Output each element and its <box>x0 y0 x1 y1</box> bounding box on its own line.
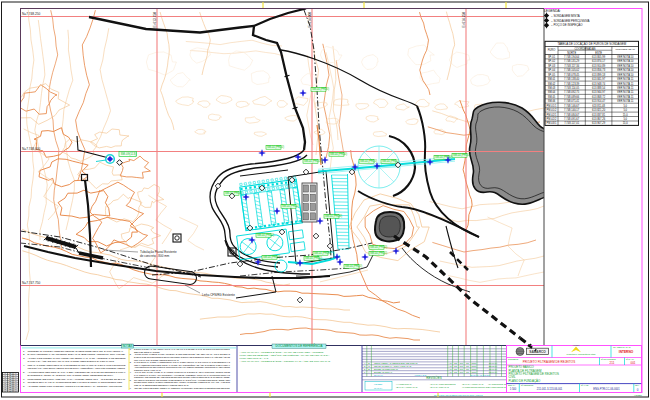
svg-text:7.748.138,40: 7.748.138,40 <box>564 77 580 81</box>
svg-text:30-09-14 AG GG CW: 30-09-14 AG GG CW <box>470 374 490 376</box>
svg-text:SP-03: SP-03 <box>548 64 556 68</box>
svg-text:VOGBR: VOGBR <box>573 344 580 346</box>
svg-text:7.748.117,01: 7.748.117,01 <box>564 121 580 125</box>
svg-text:7.748.117,34: 7.748.117,34 <box>564 64 580 68</box>
svg-text:A5: A5 <box>4 382 6 384</box>
svg-text:GG: GG <box>454 371 458 373</box>
svg-text:021: 021 <box>9 391 12 392</box>
svg-text:Nº TERCEIRO: Nº TERCEIRO <box>521 384 534 386</box>
svg-text:613.841,97: 613.841,97 <box>592 77 606 81</box>
svg-text:613.888,54: 613.888,54 <box>592 86 606 90</box>
svg-text:7.748.078,45: 7.748.078,45 <box>564 73 580 77</box>
svg-text:30-09-14: 30-09-14 <box>374 374 384 376</box>
svg-text:VER NOTA 10: VER NOTA 10 <box>617 59 634 63</box>
svg-text:5,0: 5,0 <box>623 108 627 112</box>
svg-text:N=7.748.250: N=7.748.250 <box>22 12 41 16</box>
svg-text:613.821,20: 613.821,20 <box>592 108 606 112</box>
svg-text:7.748.092,75: 7.748.092,75 <box>564 90 580 94</box>
svg-text:LEGENDA:: LEGENDA: <box>544 9 561 13</box>
svg-text:211-001-3-113-06-001: 211-001-3-113-06-001 <box>537 387 563 391</box>
svg-text:15,0: 15,0 <box>623 121 629 125</box>
svg-text:2.: 2. <box>23 353 25 356</box>
svg-text:DOCUMENTOS DE REFERÊNCIA: DOCUMENTOS DE REFERÊNCIA <box>276 343 323 348</box>
svg-text:021: 021 <box>9 379 12 380</box>
svg-text:(F) CONFORME COMPRADO: (F) CONFORME COMPRADO <box>462 386 490 388</box>
svg-text:021: 021 <box>9 389 12 390</box>
svg-text:E=613.750: E=613.750 <box>153 12 157 28</box>
svg-text:(C) PARA CONHECIMENTO: (C) PARA CONHECIMENTO <box>430 383 456 385</box>
svg-text:PROFUNDIDADE MÍNIMA PREVISTA P: PROFUNDIDADE MÍNIMA PREVISTA PARA AS SON… <box>28 378 126 381</box>
svg-text:7.748.084,67: 7.748.084,67 <box>564 113 580 117</box>
svg-text:TOPOGRÁFICA COM EQUIPAMENTO GP: TOPOGRÁFICA COM EQUIPAMENTO GPS DE DUPLA… <box>28 367 126 370</box>
svg-text:22-08-14: 22-08-14 <box>489 365 498 367</box>
svg-text:(A) PRELIMINAR: (A) PRELIMINAR <box>396 383 412 385</box>
svg-text:VOGBR: VOGBR <box>374 383 383 386</box>
svg-text:3.: 3. <box>23 357 25 360</box>
svg-text:SM-04 (PROJ): SM-04 (PROJ) <box>267 145 284 149</box>
svg-text:DATUM HORIZONTAL: TRANSVERSO,: DATUM HORIZONTAL: TRANSVERSO, ELEVAÇÃO: … <box>28 353 126 356</box>
svg-text:RRM: RRM <box>471 368 476 370</box>
svg-text:613.811,48: 613.811,48 <box>592 104 605 108</box>
svg-text:GG: GG <box>454 368 458 370</box>
svg-text:– POÇO DE INSPEÇÃO: – POÇO DE INSPEÇÃO <box>551 22 583 27</box>
svg-text:A3: A3 <box>4 378 6 380</box>
svg-text:VER NOTA 11: VER NOTA 11 <box>617 99 634 103</box>
svg-text:Nº VALE: Nº VALE <box>581 384 589 386</box>
svg-text:VER NOTA 11: VER NOTA 11 <box>617 90 634 94</box>
svg-text:001: 001 <box>630 361 635 365</box>
svg-text:1:500: 1:500 <box>510 387 517 391</box>
svg-text:14: 14 <box>15 381 17 382</box>
svg-text:613.805,99: 613.805,99 <box>592 55 606 59</box>
svg-text:GG: GG <box>454 362 458 364</box>
svg-text:EMISSÃO INICIAL: EMISSÃO INICIAL <box>374 371 393 373</box>
svg-text:AG: AG <box>449 362 452 364</box>
svg-text:VER NOTA 11: VER NOTA 11 <box>617 82 634 86</box>
svg-text:ESCALA: ESCALA <box>508 384 516 386</box>
svg-text:PROJETO: PROJETO <box>508 358 519 360</box>
svg-text:CRITÉRIO DE PARALIZAÇÃO CONFOR: CRITÉRIO DE PARALIZAÇÃO CONFORME NBR 648… <box>28 381 123 384</box>
svg-text:SM-04 (PROJ): SM-04 (PROJ) <box>370 251 387 255</box>
svg-text:15-07-14: 15-07-14 <box>489 368 498 370</box>
svg-text:SM-04 (PROJ): SM-04 (PROJ) <box>453 153 470 157</box>
svg-text:SM-04 (PROJ): SM-04 (PROJ) <box>312 87 329 91</box>
svg-text:7.748.091,67: 7.748.091,67 <box>564 117 580 121</box>
svg-text:5,0: 5,0 <box>623 104 627 108</box>
svg-text:VER NOTA 10: VER NOTA 10 <box>617 55 634 59</box>
svg-text:SM-04 (PROJ): SM-04 (PROJ) <box>305 256 322 260</box>
svg-text:021: 021 <box>9 381 12 382</box>
svg-text:14: 14 <box>15 379 17 380</box>
svg-text:AG: AG <box>449 368 452 370</box>
svg-text:ENG-FTR-CC-06-0001: ENG-FTR-CC-06-0001 <box>593 387 620 391</box>
svg-text:GG: GG <box>454 365 458 367</box>
svg-text:7.748.089,66: 7.748.089,66 <box>564 95 580 99</box>
svg-text:REV.: REV. <box>635 384 640 386</box>
svg-text:PM-01/2: PM-01/2 <box>547 108 557 112</box>
svg-text:SM-04 (PROJ): SM-04 (PROJ) <box>314 251 331 255</box>
svg-text:VER NOTA 11: VER NOTA 11 <box>617 95 634 99</box>
svg-text:EMISSÃO PRELIMINAR: EMISSÃO PRELIMINAR <box>374 368 398 370</box>
svg-text:7.748.131,29: 7.748.131,29 <box>564 59 580 63</box>
svg-text:SM-05: SM-05 <box>548 95 556 99</box>
svg-text:CW: CW <box>460 368 464 370</box>
svg-text:SM-04 (PROJ): SM-04 (PROJ) <box>345 264 362 268</box>
svg-text:SM-04: SM-04 <box>548 90 556 94</box>
svg-text:613.948,74: 613.948,74 <box>592 82 606 86</box>
svg-text:7.748.123,39: 7.748.123,39 <box>564 82 580 86</box>
svg-text:JW: JW <box>466 371 469 373</box>
svg-text:SM-04 (PROJ): SM-04 (PROJ) <box>257 233 274 237</box>
svg-text:14: 14 <box>15 373 17 374</box>
svg-text:A6: A6 <box>4 384 6 386</box>
svg-text:613.907,29: 613.907,29 <box>592 121 606 125</box>
svg-text:7.748.114,05: 7.748.114,05 <box>564 86 580 90</box>
svg-text:SM-04 (PROJ): SM-04 (PROJ) <box>263 255 280 259</box>
svg-text:7.: 7. <box>23 381 25 384</box>
svg-text:E=614.250: E=614.250 <box>462 12 466 28</box>
svg-text:021: 021 <box>9 375 12 376</box>
svg-text:7.748.194,64: 7.748.194,64 <box>564 55 580 59</box>
svg-text:JW: JW <box>466 365 469 367</box>
svg-text:AS SONDAGENS MISTAS DEVEM ATIN: AS SONDAGENS MISTAS DEVEM ATINGIR 5,0 m … <box>28 385 123 388</box>
svg-text:SP-04: SP-04 <box>548 68 556 72</box>
svg-text:VER NOTA 10: VER NOTA 10 <box>617 68 634 72</box>
svg-text:VER NOTA 10: VER NOTA 10 <box>617 73 634 77</box>
svg-text:TODAS AS SONDAGENS INDICADAS N: TODAS AS SONDAGENS INDICADAS NO DESENHO … <box>28 364 126 367</box>
